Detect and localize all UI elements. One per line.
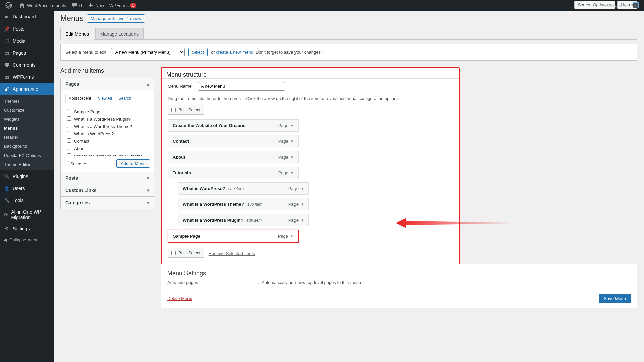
page-check-item[interactable]: Create the Website of Your Dreams	[67, 152, 148, 156]
save-menu-button[interactable]: Save Menu	[599, 294, 631, 303]
tab-most-recent[interactable]: Most Recent	[65, 94, 94, 103]
remove-selected-link[interactable]: Remove Selected Items	[209, 251, 255, 256]
wp-logo[interactable]	[3, 0, 16, 11]
menu-item-title: What is WordPress? sub item	[183, 186, 288, 191]
page-check-item[interactable]: What is a WordPress Plugin?	[67, 115, 148, 123]
select-all-checkbox[interactable]	[65, 161, 69, 165]
bulk-select-top[interactable]: Bulk Select	[168, 105, 204, 115]
comments-count[interactable]: 0	[69, 0, 85, 11]
page-check-item[interactable]: What is a WordPress Theme?	[67, 123, 148, 130]
live-preview-button[interactable]: Manage with Live Preview	[87, 14, 145, 23]
menu-select[interactable]: A new Menu (Primary Menu)	[111, 48, 185, 56]
sidebar-item-tools[interactable]: 🔧Tools	[0, 194, 54, 206]
chevron-down-icon: ▾	[147, 175, 149, 181]
submenu-background[interactable]: Background	[0, 142, 54, 151]
panel-pages-label: Pages	[65, 81, 79, 87]
menu-item[interactable]: TutorialsPage▾	[168, 167, 299, 179]
menu-item[interactable]: AboutPage▾	[168, 151, 299, 163]
sidebar-item-appearance[interactable]: 🖌Appearance	[0, 83, 54, 95]
select-all[interactable]: Select All	[65, 161, 88, 166]
sidebar-label: Media	[13, 38, 25, 44]
panel-posts-head[interactable]: Posts ▾	[61, 172, 154, 184]
page-checkbox[interactable]	[67, 109, 71, 113]
page-checkbox[interactable]	[67, 116, 71, 121]
select-label: Select a menu to edit:	[65, 50, 108, 55]
menu-name-input[interactable]	[198, 82, 285, 90]
account-menu[interactable]: Howdy, admin	[601, 0, 641, 11]
auto-add-option[interactable]: Automatically add new top-level pages to…	[255, 280, 361, 285]
create-menu-link[interactable]: create a new menu	[216, 50, 253, 55]
sub-item-label: sub item	[228, 186, 244, 191]
page-checkbox[interactable]	[67, 146, 71, 150]
chevron-down-icon[interactable]: ▾	[301, 186, 304, 191]
sidebar-item-pages[interactable]: ▤Pages	[0, 47, 54, 59]
menu-item[interactable]: What is a WordPress Theme? sub itemPage▾	[178, 198, 309, 210]
menu-item[interactable]: What is a WordPress Plugin? sub itemPage…	[178, 214, 309, 226]
panel-posts: Posts ▾	[60, 172, 154, 184]
submenu-widgets[interactable]: Widgets	[0, 115, 54, 124]
sidebar-item-media[interactable]: 🎵Media	[0, 35, 54, 47]
menu-item[interactable]: What is WordPress? sub itemPage▾	[178, 182, 309, 195]
add-to-menu-button[interactable]: Add to Menu	[116, 159, 150, 168]
sidebar-item-migration[interactable]: ⟳All-in-One WP Migration	[0, 206, 54, 223]
sidebar-item-posts[interactable]: 📌Posts	[0, 23, 54, 35]
delete-menu-link[interactable]: Delete Menu	[167, 296, 192, 301]
chevron-down-icon[interactable]: ▾	[301, 218, 304, 223]
submenu-theme-editor[interactable]: Theme Editor	[0, 160, 54, 169]
page-checkbox[interactable]	[67, 131, 71, 135]
panel-categories-head[interactable]: Categories ▾	[61, 197, 154, 209]
submenu-themes[interactable]: Themes	[0, 97, 54, 106]
submenu-menus[interactable]: Menus	[0, 124, 54, 133]
chevron-down-icon[interactable]: ▾	[301, 202, 304, 207]
sidebar-item-users[interactable]: 👤Users	[0, 182, 54, 194]
chevron-down-icon[interactable]: ▾	[291, 155, 293, 160]
menu-item[interactable]: Sample PagePage▾	[168, 230, 299, 243]
page-check-item[interactable]: About	[67, 145, 148, 152]
menu-item[interactable]: Create the Website of Your DreamsPage▾	[168, 119, 299, 132]
page-checkbox[interactable]	[67, 124, 71, 128]
collapse-menu[interactable]: ◀Collapse menu	[0, 235, 54, 245]
select-button[interactable]: Select	[188, 48, 208, 56]
tab-edit-menus[interactable]: Edit Menus	[60, 28, 94, 40]
page-check-item[interactable]: Sample Page	[67, 108, 148, 115]
sidebar-item-wpforms[interactable]: ▦WPForms	[0, 71, 54, 83]
panel-categories-label: Categories	[65, 200, 90, 205]
panel-custom-links-head[interactable]: Custom Links ▾	[61, 184, 154, 196]
menu-settings-title: Menu Settings	[167, 270, 631, 277]
sidebar-item-settings[interactable]: ⚙Settings	[0, 223, 54, 235]
submenu-header[interactable]: Header	[0, 133, 54, 142]
menu-item[interactable]: ContactPage▾	[168, 135, 299, 147]
auto-add-label: Auto add pages	[167, 280, 255, 285]
bulk-select-checkbox[interactable]	[171, 108, 176, 112]
page-check-item[interactable]: What is WordPress?	[67, 130, 148, 137]
bulk-select-checkbox[interactable]	[171, 251, 176, 255]
chevron-down-icon[interactable]: ▾	[291, 139, 293, 144]
page-checkbox[interactable]	[67, 153, 71, 156]
submenu-customize[interactable]: Customize	[0, 106, 54, 115]
tab-manage-locations[interactable]: Manage Locations	[95, 28, 144, 39]
wpforms-bar[interactable]: WPForms 1	[107, 0, 139, 11]
tab-view-all[interactable]: View All	[95, 94, 115, 103]
chevron-down-icon[interactable]: ▾	[291, 123, 293, 128]
page-checkbox[interactable]	[67, 138, 71, 143]
wpforms-label: WPForms	[109, 3, 129, 8]
sidebar-label: Plugins	[13, 174, 28, 179]
page-check-item[interactable]: Contact	[67, 137, 148, 145]
chevron-down-icon[interactable]: ▾	[291, 234, 293, 239]
sidebar-label: Dashboard	[13, 14, 36, 19]
panel-pages-head[interactable]: Pages ▴	[61, 78, 154, 90]
new-label: New	[95, 3, 104, 8]
structure-title: Menu structure	[162, 68, 459, 78]
auto-add-checkbox[interactable]	[255, 280, 259, 284]
sidebar-item-plugins[interactable]: 🔌Plugins	[0, 170, 54, 182]
menu-item-type: Page	[288, 218, 299, 223]
submenu-popularfx[interactable]: PopularFX Options	[0, 151, 54, 160]
tab-search[interactable]: Search	[116, 94, 134, 103]
bulk-select-bottom[interactable]: Bulk Select	[168, 248, 204, 258]
sidebar-item-dashboard[interactable]: ◙Dashboard	[0, 11, 54, 23]
pages-checklist[interactable]: Sample Page What is a WordPress Plugin? …	[65, 106, 150, 156]
site-name[interactable]: WordPress Tutorials	[16, 0, 69, 11]
chevron-down-icon[interactable]: ▾	[291, 170, 293, 175]
sidebar-item-comments[interactable]: 💬Comments	[0, 59, 54, 71]
new-content[interactable]: New	[85, 0, 107, 11]
